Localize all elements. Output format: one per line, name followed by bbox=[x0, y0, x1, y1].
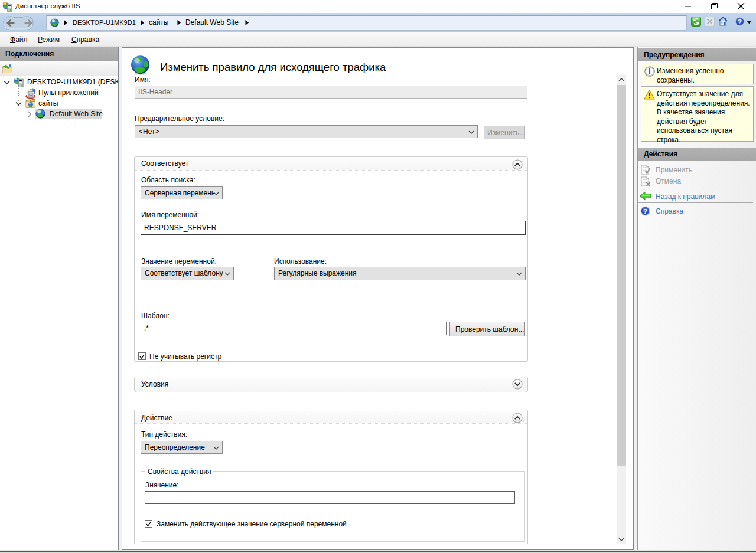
svg-text:?: ? bbox=[643, 208, 647, 215]
svg-text:?: ? bbox=[738, 18, 742, 25]
